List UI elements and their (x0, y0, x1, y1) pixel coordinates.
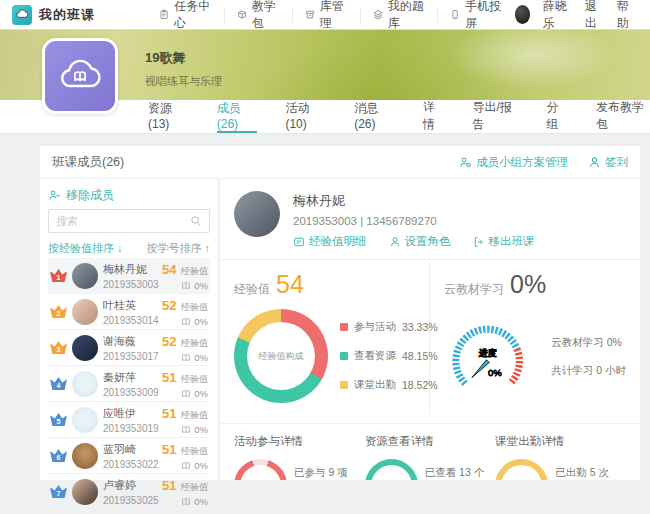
remove-from-class-link[interactable]: 移出班课 (473, 234, 535, 249)
donut-legend: 参与活动33.33% 查看资源48.15% 课堂出勤18.52% (340, 320, 438, 392)
cloud-book-icon (57, 53, 103, 99)
set-role-link[interactable]: 设置角色 (389, 234, 451, 249)
cloud-study-line2: 共计学习 0 小时 (551, 364, 626, 378)
member-experience: 54 经验值 (162, 260, 208, 278)
member-name: 梅林丹妮 (103, 262, 157, 277)
member-name: 秦妍萍 (103, 370, 157, 385)
member-avatar (72, 299, 98, 325)
group-manage-link[interactable]: 成员小组方案管理 (459, 155, 568, 170)
member-detail-avatar (234, 191, 280, 237)
member-detail-panel: 梅林丹妮 2019353003 | 13456789270 经验值明细 设置角色 (220, 179, 640, 480)
tab-resources[interactable]: 资源(13) (148, 100, 189, 133)
gauge-value: 0% (488, 367, 502, 378)
logout-link[interactable]: 退出 (585, 0, 604, 32)
tab-grouping[interactable]: 分组 (547, 100, 569, 133)
card-icon (293, 236, 305, 248)
member-experience: 52 经验值 (162, 332, 208, 350)
member-list-item[interactable]: 4 秦妍萍 2019353009 51 经验值 0% (48, 366, 210, 402)
member-detail-name: 梅林丹妮 (293, 192, 535, 210)
top-bar: 我的班课 任务中心 教学包 库管理 我的题库 手机投屏 薛晓乐 退出 帮助 (0, 0, 650, 30)
layers-icon (373, 8, 383, 21)
book-icon (181, 461, 191, 471)
tab-publish-package[interactable]: 发布教学包 (596, 100, 650, 133)
book-icon (181, 317, 191, 327)
member-study-percent: 0% (162, 460, 208, 471)
member-detail-meta: 2019353003 | 13456789270 (293, 215, 535, 227)
member-avatar (72, 263, 98, 289)
sort-by-student-id[interactable]: 按学号排序 ↑ (146, 241, 210, 254)
class-banner: 19歌舞 视唱练耳与乐理 (0, 30, 650, 100)
donut-center-label: 经验值构成 (234, 309, 328, 403)
member-list-item[interactable]: 6 蓝羽崎 2019353022 51 经验值 0% (48, 438, 210, 474)
class-name: 19歌舞 (145, 49, 222, 67)
member-experience: 51 经验值 (162, 404, 208, 422)
member-list-item[interactable]: 3 谢海薇 2019353017 52 经验值 0% (48, 330, 210, 366)
member-list-item[interactable]: 2 叶桂英 2019353014 52 经验值 0% (48, 294, 210, 330)
person-gear-icon (459, 156, 472, 169)
member-list-item[interactable]: 1 梅林丹妮 2019353003 54 经验值 0% (48, 258, 210, 294)
tab-export-report[interactable]: 导出/报告 (472, 100, 518, 133)
gauge-label: 进度 (478, 348, 497, 358)
member-list-item[interactable]: 5 应唯伊 2019353019 51 经验值 0% (48, 402, 210, 438)
member-list-item-partial[interactable] (48, 510, 210, 514)
remove-member-button[interactable]: 移除成员 (48, 187, 210, 203)
sort-by-experience[interactable]: 按经验值排序 ↓ (48, 241, 123, 254)
nav-teaching-package[interactable]: 教学包 (225, 7, 293, 23)
member-student-id: 2019353025 (103, 495, 157, 506)
cloud-study-value: 0% (510, 270, 546, 299)
app-logo[interactable]: 我的班课 (12, 5, 147, 25)
member-study-percent: 0% (162, 316, 208, 327)
member-avatar (72, 371, 98, 397)
cloud-study-title: 云教材学习 (444, 281, 504, 298)
legend-swatch (340, 323, 348, 331)
member-name: 蓝羽崎 (103, 442, 157, 457)
tab-activities[interactable]: 活动(10) (285, 100, 326, 133)
member-name: 卢睿婷 (103, 478, 157, 493)
checkin-link[interactable]: 签到 (588, 155, 628, 170)
legend-swatch (340, 381, 348, 389)
book-icon (181, 389, 191, 399)
user-avatar[interactable] (515, 5, 530, 24)
app-name: 我的班课 (39, 6, 95, 24)
member-list: 1 梅林丹妮 2019353003 54 经验值 0% 2 叶桂英 201935… (48, 258, 210, 514)
experience-detail-link[interactable]: 经验值明细 (293, 234, 367, 249)
experience-donut-chart: 经验值构成 (234, 309, 328, 403)
experience-value: 54 (276, 270, 304, 299)
nav-library-manage[interactable]: 库管理 (293, 7, 361, 23)
member-experience: 51 经验值 (162, 368, 208, 386)
tab-members[interactable]: 成员(26) (217, 100, 258, 133)
package-icon (237, 8, 247, 21)
help-link[interactable]: 帮助 (617, 0, 636, 32)
sign-out-icon (473, 236, 485, 248)
top-user-area: 薛晓乐 退出 帮助 (515, 0, 636, 32)
section-header: 班课成员(26) 成员小组方案管理 签到 (40, 146, 640, 178)
experience-panel: 经验值 54 经验值构成 参与活动33.33% 查看资源48.15% 课堂出勤1… (234, 260, 430, 413)
search-input[interactable] (56, 215, 190, 227)
book-icon (181, 425, 191, 435)
member-list-item[interactable]: 7 卢睿婷 2019353025 51 经验值 0% (48, 474, 210, 510)
member-search (48, 209, 210, 233)
nav-task-center[interactable]: 任务中心 (147, 7, 225, 23)
member-experience: 51 经验值 (162, 476, 208, 494)
rank-crown-icon: 6 (50, 449, 67, 462)
member-study-percent: 0% (162, 352, 208, 363)
search-icon[interactable] (190, 215, 202, 227)
person-icon (389, 236, 401, 248)
nav-question-bank[interactable]: 我的题库 (361, 7, 439, 23)
attendance-ring-chart: 100.00% (495, 459, 548, 480)
person-minus-icon (48, 189, 61, 202)
member-avatar (72, 443, 98, 469)
member-student-id: 2019353009 (103, 387, 157, 398)
nav-screen-cast[interactable]: 手机投屏 (438, 7, 515, 23)
member-experience: 51 经验值 (162, 440, 208, 458)
clipboard-icon (159, 8, 169, 21)
rank-crown-icon: 1 (50, 269, 67, 282)
member-avatar (72, 407, 98, 433)
rank-crown-icon: 4 (50, 377, 67, 390)
class-cover-icon (42, 38, 118, 114)
main-content: 班课成员(26) 成员小组方案管理 签到 移除成员 按经验值排序 (0, 134, 650, 480)
tab-messages[interactable]: 消息(26) (354, 100, 395, 133)
activity-detail-panel: 活动参与详情 90.00% 已参与 9 项 当前有效 10 项 (234, 434, 365, 480)
top-nav: 任务中心 教学包 库管理 我的题库 手机投屏 (147, 7, 515, 23)
tab-details[interactable]: 详情 (423, 100, 445, 133)
